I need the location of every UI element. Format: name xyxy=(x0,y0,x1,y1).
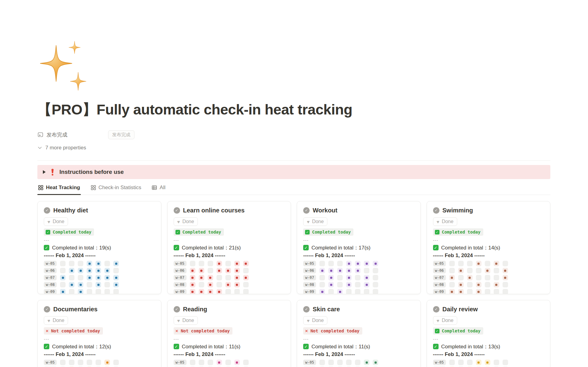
heat-dot xyxy=(191,284,194,286)
status-badge: Not completed today xyxy=(303,327,362,335)
page-sparkles-icon[interactable] xyxy=(37,36,92,92)
green-check-emoji xyxy=(44,344,49,349)
heat-dot xyxy=(97,284,100,286)
heat-cell-empty xyxy=(199,261,204,266)
habit-card[interactable]: Skin care ♥ Done Not completed today ---… xyxy=(297,300,421,367)
heat-cell-empty xyxy=(346,289,352,294)
heat-cell-empty xyxy=(494,275,499,280)
date-line: ------ Feb 1, 2024 ------ xyxy=(174,351,285,358)
done-checkbox-chip[interactable]: ♥ Done xyxy=(433,316,457,325)
heat-cell-filled xyxy=(476,261,481,266)
done-checkbox-chip[interactable]: ♥ Done xyxy=(44,217,68,226)
heat-cell-empty xyxy=(337,360,343,365)
habit-card[interactable]: Swimming ♥ Done Completed today --- Comp… xyxy=(427,201,551,294)
tab-check-in-statistics[interactable]: Check-in Statistics xyxy=(90,182,142,195)
gray-check-circle-icon xyxy=(174,306,180,313)
heat-dot xyxy=(330,277,332,279)
done-checkbox-chip[interactable]: ♥ Done xyxy=(174,217,198,226)
heat-dot xyxy=(321,291,323,293)
heat-cell-empty xyxy=(458,275,464,280)
cards-grid: Healthy diet ♥ Done Completed today --- … xyxy=(37,201,550,367)
heat-dot xyxy=(89,270,91,272)
property-value-chip[interactable]: 发布完成 xyxy=(108,130,134,139)
habit-card[interactable]: Healthy diet ♥ Done Completed today --- … xyxy=(37,201,161,294)
done-checkbox-chip[interactable]: ♥ Done xyxy=(303,316,327,325)
gray-check-circle-icon xyxy=(44,306,50,313)
week-label: w-08 xyxy=(303,282,316,287)
heat-cell-empty xyxy=(476,268,481,273)
week-label: w-06 xyxy=(174,268,187,273)
instructions-callout[interactable]: Instructions before use xyxy=(37,165,550,179)
heat-cell-empty xyxy=(467,261,473,266)
habit-card[interactable]: Learn online courses ♥ Done Completed to… xyxy=(167,201,291,294)
heat-cell-empty xyxy=(337,282,343,287)
heart-icon: ♥ xyxy=(437,219,439,224)
done-checkbox-chip[interactable]: ♥ Done xyxy=(174,316,198,325)
done-checkbox-chip[interactable]: ♥ Done xyxy=(303,217,327,226)
habit-card[interactable]: Daily review ♥ Done Completed today --- … xyxy=(427,300,551,367)
green-check-emoji xyxy=(174,344,179,349)
heart-icon: ♥ xyxy=(47,219,50,224)
week-label: w-07 xyxy=(44,275,57,280)
heat-cell-empty xyxy=(225,275,231,280)
heat-cell-empty xyxy=(364,268,369,273)
heat-cell-filled xyxy=(485,268,490,273)
heat-cell-empty xyxy=(364,289,369,294)
green-check-emoji xyxy=(174,245,179,250)
heat-cell-empty xyxy=(467,289,473,294)
week-label: w-08 xyxy=(433,282,446,287)
tab-heat-tracking[interactable]: Heat Tracking xyxy=(37,182,81,195)
date-line: ------ Feb 1, 2024 ------ xyxy=(303,351,414,358)
week-label: w-06 xyxy=(303,268,316,273)
heat-cell-empty xyxy=(476,275,481,280)
property-row[interactable]: 发布完成 发布完成 xyxy=(37,130,550,140)
toggle-triangle-icon[interactable] xyxy=(43,170,46,174)
heat-cell-empty xyxy=(225,360,231,365)
heat-cell-empty xyxy=(190,261,195,266)
heat-cell-filled xyxy=(234,275,240,280)
total-line: Completed in total：12(s) xyxy=(44,343,155,350)
habit-card[interactable]: Workout ♥ Done Completed today --- Compl… xyxy=(297,201,421,294)
status-text: Not completed today xyxy=(51,328,100,333)
heat-cell-filled xyxy=(69,282,74,287)
done-checkbox-chip[interactable]: ♥ Done xyxy=(433,217,457,226)
heat-dot xyxy=(89,263,91,265)
status-text: Completed today xyxy=(442,230,481,234)
heat-cell-filled xyxy=(199,275,204,280)
week-label: w-05 xyxy=(303,261,316,266)
heat-dot xyxy=(227,270,229,272)
heat-dot xyxy=(366,277,368,279)
heat-cell-filled xyxy=(113,275,119,280)
heat-cell-empty xyxy=(60,261,66,266)
total-text: Completed in total：11(s) xyxy=(311,343,370,350)
heat-row: w-05 xyxy=(433,261,544,266)
week-label: w-09 xyxy=(433,289,446,294)
heat-cell-empty xyxy=(60,268,66,273)
heat-grid: w-05w-06w-07w-08w-09 xyxy=(433,261,544,294)
heat-dot xyxy=(200,270,202,272)
heat-dot xyxy=(227,284,229,286)
heat-cell-empty xyxy=(69,360,74,365)
heat-grid: w-05w-06 xyxy=(433,360,544,367)
status-badge: Completed today xyxy=(174,228,224,236)
heat-cell-empty xyxy=(217,275,222,280)
more-properties-toggle[interactable]: 7 more properties xyxy=(37,143,86,152)
heat-dot xyxy=(89,277,91,279)
heat-dot xyxy=(495,263,497,265)
habit-card[interactable]: Documentaries ♥ Done Not completed today… xyxy=(37,300,161,367)
habit-card[interactable]: Reading ♥ Done Not completed today --- C… xyxy=(167,300,291,367)
heat-cell-empty xyxy=(503,289,508,294)
heat-cell-filled xyxy=(113,261,119,266)
total-text: Completed in total：14(s) xyxy=(441,244,500,251)
total-text: Completed in total：11(s) xyxy=(182,343,241,350)
red-cross-emoji xyxy=(46,328,49,333)
heat-cell-filled xyxy=(217,289,222,294)
tab-label: Check-in Statistics xyxy=(99,185,141,191)
heat-dot xyxy=(477,263,480,265)
heat-row: w-05 xyxy=(303,261,414,266)
tab-all[interactable]: All xyxy=(151,182,166,195)
separator-text: --- xyxy=(174,336,285,341)
done-checkbox-chip[interactable]: ♥ Done xyxy=(44,316,68,325)
heat-cell-empty xyxy=(467,360,473,365)
heat-cell-filled xyxy=(346,275,352,280)
